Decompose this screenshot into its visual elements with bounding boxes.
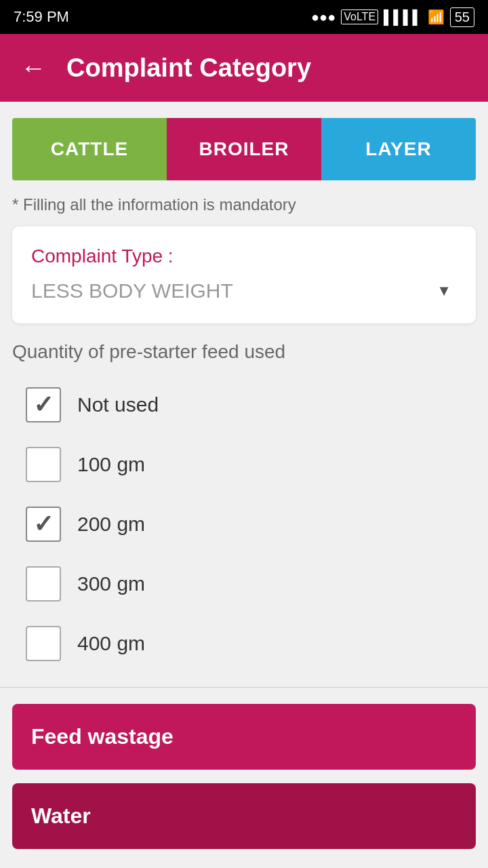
network-icon: ▌▌▌▌ [384,9,422,25]
checkbox-400gm[interactable] [26,626,61,661]
list-item: 100 gm [26,435,462,494]
tab-cattle[interactable]: CATTLE [12,118,167,180]
status-bar: 7:59 PM ●●● VoLTE ▌▌▌▌ 📶 55 [0,0,488,34]
section-divider [0,687,488,688]
water-title: Water [31,804,91,828]
tab-layer[interactable]: LAYER [321,118,476,180]
complaint-type-select[interactable]: LESS BODY WEIGHT POOR FEED INTAKE MORTAL… [31,279,457,302]
volte-icon: VoLTE [341,9,378,24]
battery-icon: 55 [450,7,474,27]
checkbox-300gm[interactable] [26,566,61,601]
list-item: ✓ 200 gm [26,494,462,554]
checkbox-label-not-used: Not used [77,393,159,416]
signal-icon: ●●● [311,9,336,25]
feed-wastage-title: Feed wastage [31,724,174,749]
complaint-type-card: Complaint Type : LESS BODY WEIGHT POOR F… [12,226,476,323]
quantity-title: Quantity of pre-starter feed used [12,341,476,363]
status-icons: ●●● VoLTE ▌▌▌▌ 📶 55 [311,7,474,27]
checkbox-label-400gm: 400 gm [77,632,145,655]
list-item: 400 gm [26,614,462,673]
checkbox-label-200gm: 200 gm [77,513,145,536]
complaint-type-select-wrapper[interactable]: LESS BODY WEIGHT POOR FEED INTAKE MORTAL… [31,279,457,302]
category-tabs: CATTLE BROILER LAYER [12,118,476,180]
wifi-icon: 📶 [428,9,445,25]
checkbox-not-used[interactable]: ✓ [26,387,61,422]
tab-broiler-label: BROILER [199,138,289,159]
tab-broiler[interactable]: BROILER [167,118,321,180]
complaint-type-label: Complaint Type : [31,245,457,267]
water-section[interactable]: Water [12,783,476,849]
tab-cattle-label: CATTLE [51,138,128,159]
checkbox-label-300gm: 300 gm [77,572,145,595]
header-title: Complaint Category [66,54,311,83]
mandatory-note: * Filling all the information is mandato… [12,195,476,214]
checkbox-label-100gm: 100 gm [77,453,145,476]
app-header: ← Complaint Category [0,34,488,102]
checkmark-icon: ✓ [33,512,54,536]
list-item: ✓ Not used [26,375,462,435]
checkmark-icon: ✓ [33,393,54,417]
list-item: 300 gm [26,554,462,614]
tab-layer-label: LAYER [365,138,431,159]
back-button[interactable]: ← [20,54,46,83]
feed-wastage-section[interactable]: Feed wastage [12,704,476,770]
checkbox-200gm[interactable]: ✓ [26,507,61,542]
quantity-section: Quantity of pre-starter feed used ✓ Not … [12,341,476,673]
status-time: 7:59 PM [14,8,69,26]
checkbox-100gm[interactable] [26,447,61,482]
